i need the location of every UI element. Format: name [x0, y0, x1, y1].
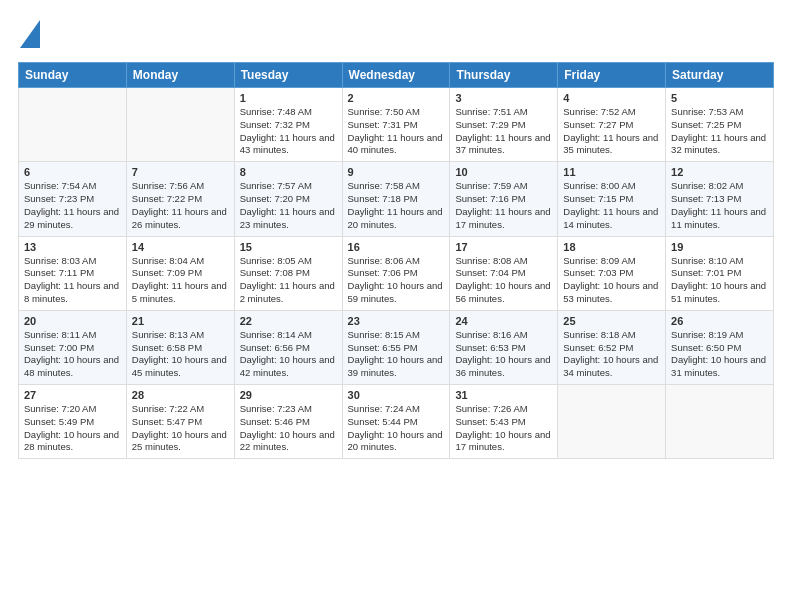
- day-number: 6: [24, 166, 121, 178]
- calendar-cell: [558, 385, 666, 459]
- weekday-header-friday: Friday: [558, 63, 666, 88]
- calendar-cell: 30Sunrise: 7:24 AM Sunset: 5:44 PM Dayli…: [342, 385, 450, 459]
- day-number: 19: [671, 241, 768, 253]
- day-info: Sunrise: 7:48 AM Sunset: 7:32 PM Dayligh…: [240, 106, 337, 157]
- day-info: Sunrise: 7:20 AM Sunset: 5:49 PM Dayligh…: [24, 403, 121, 454]
- calendar-cell: 18Sunrise: 8:09 AM Sunset: 7:03 PM Dayli…: [558, 236, 666, 310]
- day-number: 10: [455, 166, 552, 178]
- day-number: 30: [348, 389, 445, 401]
- calendar-cell: 17Sunrise: 8:08 AM Sunset: 7:04 PM Dayli…: [450, 236, 558, 310]
- day-info: Sunrise: 7:56 AM Sunset: 7:22 PM Dayligh…: [132, 180, 229, 231]
- calendar-cell: 3Sunrise: 7:51 AM Sunset: 7:29 PM Daylig…: [450, 88, 558, 162]
- calendar-header-row: SundayMondayTuesdayWednesdayThursdayFrid…: [19, 63, 774, 88]
- calendar-cell: 4Sunrise: 7:52 AM Sunset: 7:27 PM Daylig…: [558, 88, 666, 162]
- day-info: Sunrise: 8:15 AM Sunset: 6:55 PM Dayligh…: [348, 329, 445, 380]
- day-info: Sunrise: 7:57 AM Sunset: 7:20 PM Dayligh…: [240, 180, 337, 231]
- day-info: Sunrise: 8:18 AM Sunset: 6:52 PM Dayligh…: [563, 329, 660, 380]
- weekday-header-wednesday: Wednesday: [342, 63, 450, 88]
- calendar-cell: 21Sunrise: 8:13 AM Sunset: 6:58 PM Dayli…: [126, 310, 234, 384]
- calendar-cell: 6Sunrise: 7:54 AM Sunset: 7:23 PM Daylig…: [19, 162, 127, 236]
- day-info: Sunrise: 7:23 AM Sunset: 5:46 PM Dayligh…: [240, 403, 337, 454]
- day-number: 17: [455, 241, 552, 253]
- day-info: Sunrise: 8:14 AM Sunset: 6:56 PM Dayligh…: [240, 329, 337, 380]
- day-number: 22: [240, 315, 337, 327]
- day-info: Sunrise: 7:53 AM Sunset: 7:25 PM Dayligh…: [671, 106, 768, 157]
- weekday-header-sunday: Sunday: [19, 63, 127, 88]
- page: SundayMondayTuesdayWednesdayThursdayFrid…: [0, 0, 792, 612]
- day-info: Sunrise: 7:26 AM Sunset: 5:43 PM Dayligh…: [455, 403, 552, 454]
- calendar-cell: 31Sunrise: 7:26 AM Sunset: 5:43 PM Dayli…: [450, 385, 558, 459]
- calendar-cell: 24Sunrise: 8:16 AM Sunset: 6:53 PM Dayli…: [450, 310, 558, 384]
- calendar-cell: 5Sunrise: 7:53 AM Sunset: 7:25 PM Daylig…: [666, 88, 774, 162]
- day-info: Sunrise: 8:09 AM Sunset: 7:03 PM Dayligh…: [563, 255, 660, 306]
- day-info: Sunrise: 7:24 AM Sunset: 5:44 PM Dayligh…: [348, 403, 445, 454]
- day-info: Sunrise: 7:51 AM Sunset: 7:29 PM Dayligh…: [455, 106, 552, 157]
- calendar-cell: 27Sunrise: 7:20 AM Sunset: 5:49 PM Dayli…: [19, 385, 127, 459]
- calendar-cell: 25Sunrise: 8:18 AM Sunset: 6:52 PM Dayli…: [558, 310, 666, 384]
- header: [18, 16, 774, 52]
- calendar-cell: [666, 385, 774, 459]
- calendar-cell: 13Sunrise: 8:03 AM Sunset: 7:11 PM Dayli…: [19, 236, 127, 310]
- calendar-cell: 10Sunrise: 7:59 AM Sunset: 7:16 PM Dayli…: [450, 162, 558, 236]
- day-number: 1: [240, 92, 337, 104]
- weekday-header-saturday: Saturday: [666, 63, 774, 88]
- calendar-cell: 7Sunrise: 7:56 AM Sunset: 7:22 PM Daylig…: [126, 162, 234, 236]
- day-info: Sunrise: 8:08 AM Sunset: 7:04 PM Dayligh…: [455, 255, 552, 306]
- weekday-header-monday: Monday: [126, 63, 234, 88]
- calendar-cell: 15Sunrise: 8:05 AM Sunset: 7:08 PM Dayli…: [234, 236, 342, 310]
- calendar-cell: 14Sunrise: 8:04 AM Sunset: 7:09 PM Dayli…: [126, 236, 234, 310]
- day-number: 24: [455, 315, 552, 327]
- day-number: 18: [563, 241, 660, 253]
- day-number: 27: [24, 389, 121, 401]
- day-info: Sunrise: 7:50 AM Sunset: 7:31 PM Dayligh…: [348, 106, 445, 157]
- day-info: Sunrise: 8:10 AM Sunset: 7:01 PM Dayligh…: [671, 255, 768, 306]
- calendar-cell: 1Sunrise: 7:48 AM Sunset: 7:32 PM Daylig…: [234, 88, 342, 162]
- day-number: 2: [348, 92, 445, 104]
- calendar-week-row: 20Sunrise: 8:11 AM Sunset: 7:00 PM Dayli…: [19, 310, 774, 384]
- calendar-week-row: 27Sunrise: 7:20 AM Sunset: 5:49 PM Dayli…: [19, 385, 774, 459]
- weekday-header-thursday: Thursday: [450, 63, 558, 88]
- day-number: 13: [24, 241, 121, 253]
- calendar-cell: 26Sunrise: 8:19 AM Sunset: 6:50 PM Dayli…: [666, 310, 774, 384]
- day-number: 21: [132, 315, 229, 327]
- day-number: 26: [671, 315, 768, 327]
- logo-arrow-icon: [20, 20, 40, 48]
- calendar-week-row: 1Sunrise: 7:48 AM Sunset: 7:32 PM Daylig…: [19, 88, 774, 162]
- day-number: 7: [132, 166, 229, 178]
- day-number: 4: [563, 92, 660, 104]
- day-number: 25: [563, 315, 660, 327]
- calendar-cell: [19, 88, 127, 162]
- calendar-cell: 8Sunrise: 7:57 AM Sunset: 7:20 PM Daylig…: [234, 162, 342, 236]
- day-number: 16: [348, 241, 445, 253]
- day-info: Sunrise: 7:52 AM Sunset: 7:27 PM Dayligh…: [563, 106, 660, 157]
- weekday-header-tuesday: Tuesday: [234, 63, 342, 88]
- calendar-week-row: 13Sunrise: 8:03 AM Sunset: 7:11 PM Dayli…: [19, 236, 774, 310]
- day-info: Sunrise: 7:59 AM Sunset: 7:16 PM Dayligh…: [455, 180, 552, 231]
- calendar-cell: 29Sunrise: 7:23 AM Sunset: 5:46 PM Dayli…: [234, 385, 342, 459]
- day-info: Sunrise: 7:54 AM Sunset: 7:23 PM Dayligh…: [24, 180, 121, 231]
- day-number: 28: [132, 389, 229, 401]
- day-number: 15: [240, 241, 337, 253]
- logo: [18, 16, 40, 52]
- day-info: Sunrise: 8:13 AM Sunset: 6:58 PM Dayligh…: [132, 329, 229, 380]
- calendar-cell: 11Sunrise: 8:00 AM Sunset: 7:15 PM Dayli…: [558, 162, 666, 236]
- day-info: Sunrise: 8:16 AM Sunset: 6:53 PM Dayligh…: [455, 329, 552, 380]
- calendar-week-row: 6Sunrise: 7:54 AM Sunset: 7:23 PM Daylig…: [19, 162, 774, 236]
- calendar-cell: 16Sunrise: 8:06 AM Sunset: 7:06 PM Dayli…: [342, 236, 450, 310]
- calendar-cell: 20Sunrise: 8:11 AM Sunset: 7:00 PM Dayli…: [19, 310, 127, 384]
- calendar-cell: 22Sunrise: 8:14 AM Sunset: 6:56 PM Dayli…: [234, 310, 342, 384]
- calendar-cell: 28Sunrise: 7:22 AM Sunset: 5:47 PM Dayli…: [126, 385, 234, 459]
- calendar-cell: 9Sunrise: 7:58 AM Sunset: 7:18 PM Daylig…: [342, 162, 450, 236]
- day-number: 3: [455, 92, 552, 104]
- day-number: 14: [132, 241, 229, 253]
- day-info: Sunrise: 8:02 AM Sunset: 7:13 PM Dayligh…: [671, 180, 768, 231]
- calendar-cell: 2Sunrise: 7:50 AM Sunset: 7:31 PM Daylig…: [342, 88, 450, 162]
- day-info: Sunrise: 8:11 AM Sunset: 7:00 PM Dayligh…: [24, 329, 121, 380]
- day-number: 20: [24, 315, 121, 327]
- day-info: Sunrise: 8:03 AM Sunset: 7:11 PM Dayligh…: [24, 255, 121, 306]
- day-number: 12: [671, 166, 768, 178]
- day-number: 5: [671, 92, 768, 104]
- calendar-cell: 23Sunrise: 8:15 AM Sunset: 6:55 PM Dayli…: [342, 310, 450, 384]
- day-info: Sunrise: 8:04 AM Sunset: 7:09 PM Dayligh…: [132, 255, 229, 306]
- day-info: Sunrise: 8:06 AM Sunset: 7:06 PM Dayligh…: [348, 255, 445, 306]
